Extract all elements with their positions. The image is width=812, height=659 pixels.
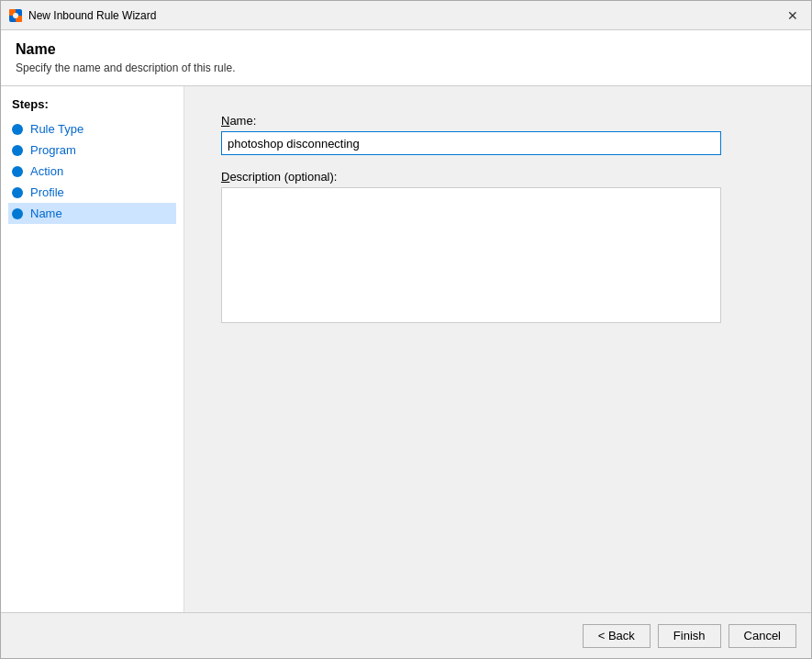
step-dot-name [12,208,23,219]
form-section: Name: Description (optional): [221,114,774,585]
description-input[interactable] [221,187,721,323]
name-label: Name: [221,114,774,128]
footer: < Back Finish Cancel [1,612,811,658]
steps-label: Steps: [8,97,176,111]
sidebar-item-program[interactable]: Program [8,140,176,161]
description-label-text: Description (optional): [221,170,337,184]
svg-point-3 [13,13,18,18]
sidebar-item-profile[interactable]: Profile [8,182,176,203]
sidebar-item-label-action: Action [30,164,63,178]
name-input[interactable] [221,131,721,155]
page-title: Name [16,41,796,58]
window-title: New Inbound Rule Wizard [28,9,782,22]
cancel-button[interactable]: Cancel [729,624,796,648]
description-form-group: Description (optional): [221,170,774,326]
sidebar-item-label-program: Program [30,143,76,157]
back-button[interactable]: < Back [583,624,651,648]
step-dot-profile [12,187,23,198]
sidebar-item-name[interactable]: Name [8,203,176,224]
sidebar-item-label-name: Name [30,207,62,220]
main-panel: Name: Description (optional): [184,86,811,612]
step-dot-program [12,145,23,156]
finish-button[interactable]: Finish [658,624,721,648]
step-dot-action [12,166,23,177]
page-subtitle: Specify the name and description of this… [16,61,796,74]
title-bar: New Inbound Rule Wizard ✕ [1,1,811,30]
name-form-group: Name: [221,114,774,155]
step-dot-rule-type [12,124,23,135]
sidebar-item-action[interactable]: Action [8,161,176,182]
name-label-text: Name: [221,114,256,128]
sidebar-item-label-rule-type: Rule Type [30,122,83,136]
header-section: Name Specify the name and description of… [1,30,811,86]
wizard-window: New Inbound Rule Wizard ✕ Name Specify t… [0,0,812,659]
content-area: Steps: Rule Type Program Action Profile … [1,86,811,612]
sidebar-item-rule-type[interactable]: Rule Type [8,118,176,140]
app-icon [8,8,23,23]
sidebar-item-label-profile: Profile [30,185,64,199]
sidebar: Steps: Rule Type Program Action Profile … [1,86,184,612]
description-label: Description (optional): [221,170,774,184]
close-button[interactable]: ✕ [782,5,804,27]
